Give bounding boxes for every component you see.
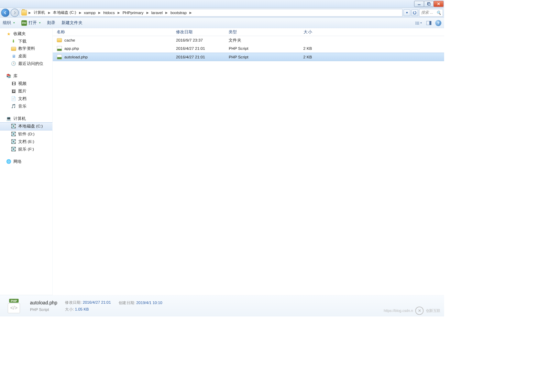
search-icon: 🔍 — [436, 10, 441, 15]
music-icon: 🎵 — [11, 104, 16, 109]
breadcrumb-item[interactable]: 本地磁盘 (C:) — [52, 10, 77, 16]
sidebar-computer-header[interactable]: 💻计算机 — [0, 115, 53, 122]
library-icon: 📚 — [6, 74, 11, 79]
view-options-button[interactable]: ▼ — [415, 20, 422, 26]
svg-rect-7 — [416, 24, 416, 24]
chevron-right-icon[interactable]: ▶ — [97, 11, 102, 14]
address-history-dropdown[interactable]: ▼ — [404, 9, 410, 16]
sidebar-network-header[interactable]: 🌐网络 — [0, 158, 53, 165]
php-file-icon — [57, 54, 62, 59]
sidebar-item-pictures[interactable]: 🖼图片 — [0, 87, 53, 95]
breadcrumb-item[interactable]: 计算机 — [32, 10, 46, 16]
drive-icon: 💽 — [11, 139, 16, 144]
chevron-right-icon[interactable]: ▶ — [164, 11, 169, 14]
close-button[interactable] — [433, 1, 443, 7]
chevron-right-icon[interactable]: ▶ — [47, 11, 51, 14]
column-header-size[interactable]: 大小 — [284, 30, 318, 35]
preview-pane-button[interactable] — [425, 20, 432, 26]
svg-rect-2 — [428, 3, 430, 5]
sidebar-item-drive-c[interactable]: 💽本地磁盘 (C:) — [0, 122, 53, 130]
star-icon: ★ — [6, 31, 11, 36]
status-size-value: 1.05 KB — [75, 307, 89, 311]
maximize-button[interactable] — [424, 1, 434, 7]
sidebar-libraries-header[interactable]: 📚库 — [0, 72, 53, 80]
sidebar-item-drive-d[interactable]: 💽软件 (D:) — [0, 131, 53, 138]
breadcrumb-item[interactable]: xampp — [83, 10, 97, 15]
file-list: 名称 修改日期 类型 大小 cache 2016/9/7 23:37 文件夹 a… — [53, 28, 444, 295]
minimize-button[interactable] — [414, 1, 424, 7]
nav-forward-button[interactable] — [11, 9, 19, 17]
desktop-icon: 🖥 — [11, 54, 16, 59]
chevron-right-icon[interactable]: ▶ — [145, 11, 150, 14]
refresh-button[interactable] — [411, 9, 418, 16]
file-row[interactable]: cache 2016/9/7 23:37 文件夹 — [53, 36, 444, 44]
file-row-selected[interactable]: autoload.php 2016/4/27 21:01 PHP Script … — [53, 53, 444, 61]
drive-icon: 💽 — [11, 132, 16, 137]
status-created-value: 2019/4/1 10:10 — [136, 300, 162, 305]
open-button[interactable]: Dw打开 ▼ — [21, 20, 41, 26]
picture-icon: 🖼 — [11, 89, 16, 94]
dreamweaver-icon: Dw — [21, 20, 27, 26]
column-header-name[interactable]: 名称 — [57, 30, 176, 35]
sidebar-item-downloads[interactable]: ⬇下载 — [0, 37, 53, 45]
search-placeholder: 搜索 ... — [421, 10, 433, 15]
network-icon: 🌐 — [6, 159, 11, 164]
nav-back-button[interactable] — [1, 9, 9, 17]
document-icon: 📄 — [11, 96, 16, 101]
help-button[interactable]: ? — [435, 20, 441, 26]
status-created-label: 创建日期: — [119, 300, 135, 305]
chevron-right-icon[interactable]: ▶ — [78, 11, 82, 14]
status-filename: autoload.php — [30, 300, 57, 305]
chevron-right-icon[interactable]: ▶ — [188, 11, 193, 14]
chevron-right-icon[interactable]: ▶ — [28, 11, 32, 14]
svg-rect-5 — [416, 23, 416, 23]
toolbar: 组织 ▼ Dw打开 ▼ 刻录 新建文件夹 ▼ ? — [0, 18, 444, 29]
computer-icon: 💻 — [6, 116, 11, 121]
breadcrumb-item[interactable]: bootstrap — [169, 10, 188, 15]
sidebar-item-music[interactable]: 🎵音乐 — [0, 102, 53, 110]
svg-rect-0 — [418, 4, 420, 5]
sidebar-item-videos[interactable]: 🎞视频 — [0, 80, 53, 88]
recent-icon: 🕓 — [11, 61, 16, 66]
sidebar-item-documents[interactable]: 📄文档 — [0, 95, 53, 102]
drive-icon: 💽 — [11, 147, 16, 152]
organize-button[interactable]: 组织 ▼ — [3, 20, 15, 25]
address-bar-row: ▶ 计算机 ▶ 本地磁盘 (C:) ▶ xampp ▶ htdocs ▶ PHP… — [0, 8, 444, 18]
new-folder-button[interactable]: 新建文件夹 — [62, 20, 82, 25]
sidebar-favorites-header[interactable]: ★收藏夹 — [0, 30, 53, 37]
breadcrumb-item[interactable]: htdocs — [102, 10, 116, 15]
drive-icon: 💽 — [11, 124, 16, 129]
download-icon: ⬇ — [11, 39, 16, 44]
svg-rect-10 — [429, 21, 431, 25]
watermark-logo-icon: ✕ — [415, 306, 424, 315]
sidebar-item-recent[interactable]: 🕓最近访问的位 — [0, 60, 53, 67]
sidebar-item-teaching[interactable]: 教学资料 — [0, 45, 53, 53]
breadcrumb-item[interactable]: laravel — [150, 10, 164, 15]
status-size-label: 大小: — [65, 307, 74, 311]
column-header-type[interactable]: 类型 — [229, 30, 284, 35]
video-icon: 🎞 — [11, 81, 16, 86]
watermark-url: https://blog.csdn.n — [384, 309, 413, 313]
chevron-right-icon[interactable]: ▶ — [117, 11, 121, 14]
status-modified-value: 2016/4/27 21:01 — [83, 300, 111, 304]
sidebar-item-drive-f[interactable]: 💽娱乐 (F:) — [0, 145, 53, 153]
search-input[interactable]: 搜索 ... 🔍 — [419, 9, 443, 16]
breadcrumb-item[interactable]: PHPprimary — [121, 10, 144, 15]
svg-rect-3 — [416, 22, 416, 22]
svg-rect-8 — [417, 24, 419, 24]
window-titlebar — [0, 0, 444, 8]
address-bar[interactable]: ▶ 计算机 ▶ 本地磁盘 (C:) ▶ xampp ▶ htdocs ▶ PHP… — [20, 9, 403, 16]
sidebar-item-drive-e[interactable]: 💽文档 (E:) — [0, 138, 53, 145]
status-modified-label: 修改日期: — [65, 300, 81, 304]
folder-icon — [57, 37, 62, 43]
navigation-sidebar: ★收藏夹 ⬇下载 教学资料 🖥桌面 🕓最近访问的位 📚库 🎞视频 🖼图片 📄文档… — [0, 28, 53, 295]
status-filetype: PHP Script — [30, 307, 57, 312]
main-area: ★收藏夹 ⬇下载 教学资料 🖥桌面 🕓最近访问的位 📚库 🎞视频 🖼图片 📄文档… — [0, 28, 444, 295]
file-row[interactable]: app.php 2016/4/27 21:01 PHP Script 2 KB — [53, 44, 444, 53]
sidebar-item-desktop[interactable]: 🖥桌面 — [0, 53, 53, 60]
burn-button[interactable]: 刻录 — [47, 20, 55, 25]
column-headers: 名称 修改日期 类型 大小 — [53, 28, 444, 36]
folder-icon — [11, 46, 16, 51]
watermark: https://blog.csdn.n ✕ 创新互联 — [384, 306, 440, 315]
column-header-date[interactable]: 修改日期 — [176, 30, 229, 35]
